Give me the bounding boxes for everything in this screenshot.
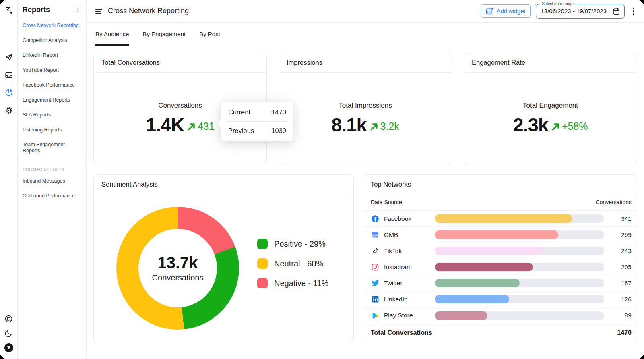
main-header: Cross Network Reporting Add widget Selec… bbox=[87, 0, 644, 23]
lifebuoy-icon[interactable] bbox=[4, 314, 14, 324]
legend-item-negative[interactable]: Negative - 11% bbox=[257, 278, 328, 288]
kpi-label: Total Impressions bbox=[339, 102, 392, 110]
kpi-value[interactable]: 2.3k bbox=[513, 114, 548, 136]
page-title: Cross Network Reporting bbox=[108, 7, 189, 15]
sidebar-item-engagement-reports[interactable]: Engagement Reports bbox=[18, 93, 86, 108]
sidebar-item-linkedin-report[interactable]: LinkedIn Report bbox=[18, 48, 86, 63]
card-title: Impressions bbox=[279, 53, 452, 73]
card-title: Top Networks bbox=[363, 175, 637, 194]
table-row-facebook[interactable]: Facebook 341 bbox=[363, 211, 637, 227]
table-row-linkedin[interactable]: LinkedIn 126 bbox=[363, 291, 637, 307]
top-networks-card: Top Networks Data Source Conversations F… bbox=[363, 174, 637, 344]
add-widget-label: Add widget bbox=[497, 8, 526, 15]
kpi-tooltip: Current1470 Previous1039 bbox=[221, 102, 293, 141]
legend-label: Neutral - 60% bbox=[274, 259, 323, 268]
kpi-label: Conversations bbox=[158, 102, 202, 110]
conversations-bar bbox=[435, 230, 604, 239]
trend-up-icon bbox=[186, 121, 197, 132]
network-value: 341 bbox=[615, 215, 632, 222]
trend-up-icon bbox=[369, 121, 380, 132]
legend-label: Positive - 29% bbox=[274, 239, 326, 249]
network-value: 126 bbox=[615, 296, 632, 303]
engagement-rate-card: Engagement Rate Total Engagement 2.3k +5… bbox=[464, 53, 637, 165]
add-widget-button[interactable]: Add widget bbox=[481, 4, 531, 18]
sidebar-item-outbound-performance[interactable]: Outbound Performance bbox=[18, 189, 86, 203]
legend-swatch-neutral bbox=[257, 258, 268, 269]
tab-by-post[interactable]: By Post bbox=[199, 23, 220, 46]
conversations-bar bbox=[435, 311, 604, 320]
tab-by-engagement[interactable]: By Engagement bbox=[142, 23, 186, 46]
sidebar-item-team-engagement-reports[interactable]: Team Engagement Reports bbox=[18, 137, 86, 158]
card-title: Engagement Rate bbox=[464, 53, 637, 73]
sentiment-legend: Positive - 29% Neutral - 60% Negative - … bbox=[257, 239, 328, 288]
network-name: Instagram bbox=[384, 264, 435, 271]
conversations-bar bbox=[435, 279, 604, 287]
sentiment-donut[interactable]: 13.7k Conversations bbox=[116, 207, 239, 330]
sidebar-item-facebook-performance[interactable]: Facebook Performance bbox=[18, 78, 86, 93]
sidebar-item-competitor-analysis[interactable]: Competitor Analysis bbox=[18, 33, 86, 48]
network-name: GMB bbox=[384, 231, 435, 239]
sentiment-donut-center: 13.7k Conversations bbox=[138, 229, 217, 307]
date-range-input[interactable]: Select date range 13/06/2023 - 19/07/202… bbox=[536, 4, 625, 19]
tab-by-audience[interactable]: By Audience bbox=[95, 23, 129, 46]
tooltip-previous-value: 1039 bbox=[271, 127, 286, 135]
kpi-value[interactable]: 1.4K bbox=[146, 114, 184, 136]
kpi-delta[interactable]: +58% bbox=[551, 120, 588, 132]
table-row-twitter[interactable]: Twitter 167 bbox=[363, 275, 637, 291]
user-avatar[interactable] bbox=[4, 343, 14, 353]
table-row-tiktok[interactable]: TikTok 243 bbox=[363, 243, 637, 259]
reports-sidebar: Reports + Cross Network Reporting Compet… bbox=[18, 0, 87, 359]
conversations-bar bbox=[435, 247, 604, 255]
main-area: Cross Network Reporting Add widget Selec… bbox=[87, 0, 644, 359]
network-value: 205 bbox=[615, 264, 632, 271]
total-conversations-label: Total Conversations bbox=[371, 329, 432, 336]
app-window: Reports + Cross Network Reporting Compet… bbox=[0, 0, 644, 359]
kpi-value[interactable]: 8.1k bbox=[331, 114, 366, 136]
sidebar-item-youtube-report[interactable]: YouTube Report bbox=[18, 63, 86, 78]
moon-icon[interactable] bbox=[4, 328, 14, 338]
network-name: TikTok bbox=[384, 247, 435, 255]
column-data-source: Data Source bbox=[371, 199, 402, 205]
report-tabs: By Audience By Engagement By Post bbox=[87, 23, 644, 46]
tooltip-current-value: 1470 bbox=[271, 108, 286, 116]
add-widget-icon bbox=[486, 7, 493, 15]
more-options-button[interactable] bbox=[630, 6, 638, 17]
send-icon[interactable] bbox=[4, 52, 14, 62]
sidebar-section-organic-reports: ORGANIC REPORTS bbox=[18, 164, 86, 174]
network-value: 243 bbox=[615, 247, 632, 255]
network-value: 299 bbox=[615, 231, 632, 239]
gear-icon[interactable] bbox=[4, 106, 14, 115]
network-value: 89 bbox=[615, 312, 632, 319]
reports-panel-title: Reports bbox=[23, 6, 50, 14]
sidebar-item-sla-reports[interactable]: SLA Reports bbox=[18, 108, 86, 122]
sentiment-total-value: 13.7k bbox=[157, 254, 198, 272]
calendar-icon[interactable] bbox=[612, 7, 620, 15]
menu-icon[interactable] bbox=[95, 8, 102, 14]
legend-item-positive[interactable]: Positive - 29% bbox=[257, 239, 328, 249]
sidebar-item-inbound-messages[interactable]: Inbound Messages bbox=[18, 174, 86, 189]
date-range-floating-label: Select date range bbox=[540, 2, 576, 6]
sidebar-item-cross-network-reporting[interactable]: Cross Network Reporting bbox=[18, 18, 86, 33]
network-name: Facebook bbox=[384, 215, 435, 222]
table-row-play-store[interactable]: Play Store 89 bbox=[363, 307, 637, 324]
network-value: 167 bbox=[615, 280, 632, 287]
trend-up-icon bbox=[551, 121, 561, 132]
kpi-delta[interactable]: 431 bbox=[186, 120, 215, 132]
table-row-gmb[interactable]: GMB 299 bbox=[363, 227, 637, 243]
network-name: Play Store bbox=[384, 312, 435, 319]
kpi-delta[interactable]: 3.2k bbox=[369, 120, 399, 132]
total-conversations-value: 1470 bbox=[617, 329, 632, 336]
gmb-icon bbox=[371, 231, 380, 239]
legend-item-neutral[interactable]: Neutral - 60% bbox=[257, 258, 328, 269]
sidebar-item-listening-reports[interactable]: Listening Reports bbox=[18, 122, 86, 137]
add-report-button[interactable]: + bbox=[75, 6, 80, 14]
table-total-row: Total Conversations 1470 bbox=[363, 324, 637, 342]
instagram-icon bbox=[371, 263, 380, 271]
kpi-label: Total Engagement bbox=[523, 102, 578, 110]
table-row-instagram[interactable]: Instagram 205 bbox=[363, 259, 637, 275]
brand-logo-icon[interactable] bbox=[4, 6, 14, 15]
conversations-bar bbox=[435, 214, 604, 223]
pie-chart-icon[interactable] bbox=[4, 88, 14, 98]
inbox-icon[interactable] bbox=[4, 70, 14, 80]
network-name: LinkedIn bbox=[384, 296, 435, 303]
